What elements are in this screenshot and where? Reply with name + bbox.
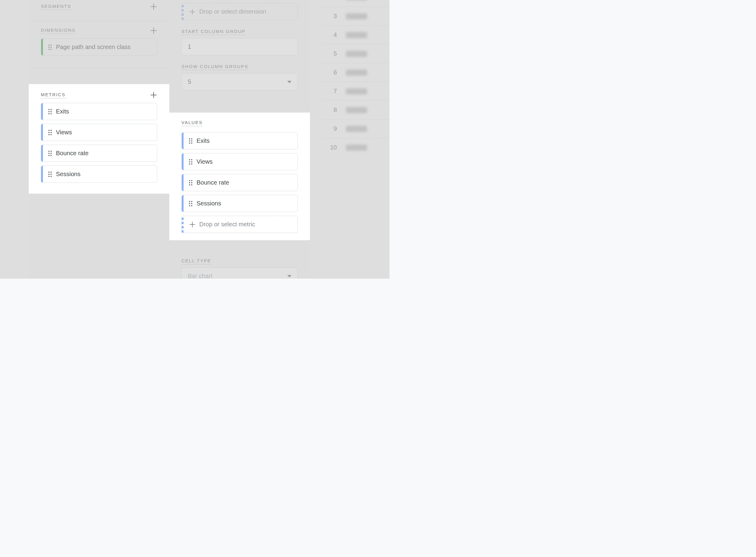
- blurred-value: [346, 126, 367, 132]
- blurred-value: [346, 13, 367, 19]
- show-col-groups-value: 5: [188, 78, 191, 85]
- row-index: 10: [326, 144, 337, 151]
- result-row[interactable]: 4: [320, 25, 389, 44]
- metric-chip-label: Exits: [196, 137, 210, 145]
- metric-chip[interactable]: Sessions: [41, 166, 157, 183]
- values-title: VALUES: [182, 120, 202, 126]
- metric-chip-label: Views: [56, 128, 72, 137]
- blurred-value: [346, 69, 367, 76]
- metric-chip-label: Views: [196, 158, 213, 166]
- drag-handle-icon[interactable]: [189, 201, 192, 206]
- segments-title: SEGMENTS: [41, 4, 71, 10]
- drag-handle-icon[interactable]: [189, 180, 192, 185]
- chip-stripe: [182, 133, 184, 149]
- metric-chip-label: Bounce rate: [56, 149, 89, 157]
- start-col-group-input[interactable]: 1: [182, 38, 298, 55]
- add-metric-icon[interactable]: [150, 91, 157, 99]
- metric-chip[interactable]: Views: [41, 124, 157, 141]
- metric-chip[interactable]: Views: [182, 153, 298, 170]
- row-index: 3: [326, 13, 337, 20]
- row-index: 6: [326, 69, 337, 76]
- metrics-section: METRICS ExitsViewsBounce rateSessions: [29, 84, 169, 194]
- drag-handle-icon[interactable]: [49, 45, 52, 50]
- drop-metric-target[interactable]: Drop or select metric: [182, 216, 298, 233]
- columns-section: Drop or select dimension START COLUMN GR…: [169, 0, 310, 96]
- plus-icon: [190, 9, 195, 14]
- chip-stripe: [182, 153, 184, 170]
- drag-handle-icon[interactable]: [49, 130, 52, 135]
- chip-stripe: [41, 124, 43, 141]
- drop-dimension-target[interactable]: Drop or select dimension: [182, 3, 298, 20]
- metric-chip-label: Sessions: [56, 170, 81, 178]
- metric-chip-label: Bounce rate: [196, 178, 229, 187]
- show-col-groups-select[interactable]: 5: [182, 73, 298, 90]
- drop-dimension-label: Drop or select dimension: [199, 8, 266, 15]
- result-row[interactable]: 3: [320, 7, 389, 25]
- drag-handle-icon[interactable]: [189, 159, 192, 165]
- blurred-value: [346, 88, 367, 94]
- row-index: 9: [326, 125, 337, 132]
- result-row[interactable]: 6: [320, 63, 389, 82]
- chip-stripe: [41, 39, 43, 55]
- metric-chip[interactable]: Bounce rate: [182, 174, 298, 191]
- metrics-title: METRICS: [41, 92, 66, 98]
- result-row[interactable]: 8: [320, 100, 389, 119]
- chip-stripe: [41, 103, 43, 120]
- start-col-group-value: 1: [188, 43, 191, 50]
- result-row[interactable]: 5: [320, 44, 389, 63]
- drag-handle-icon[interactable]: [49, 151, 52, 156]
- drag-handle-icon[interactable]: [49, 172, 52, 177]
- chevron-down-icon: [287, 81, 291, 83]
- metric-chip[interactable]: Exits: [182, 132, 298, 149]
- chip-stripe: [41, 166, 43, 182]
- chip-stripe: [182, 174, 184, 191]
- metric-chip[interactable]: Exits: [41, 103, 157, 120]
- blurred-value: [346, 51, 367, 57]
- blurred-value: [346, 107, 367, 113]
- chip-stripe: [41, 145, 43, 162]
- blurred-value: [346, 32, 367, 38]
- cell-type-value: Bar chart: [188, 273, 212, 278]
- values-section: VALUES ExitsViewsBounce rateSessions Dro…: [169, 113, 310, 240]
- result-row[interactable]: 7: [320, 82, 389, 100]
- dimension-chip-label: Page path and screen class: [56, 43, 131, 51]
- drag-handle-icon[interactable]: [189, 138, 192, 144]
- row-index: 2: [326, 0, 337, 1]
- drag-handle-icon[interactable]: [49, 109, 52, 114]
- blurred-value: [346, 145, 367, 151]
- dimensions-title: DIMENSIONS: [41, 28, 75, 34]
- metric-chip-label: Exits: [56, 108, 69, 116]
- result-row[interactable]: 9: [320, 119, 389, 138]
- drop-metric-label: Drop or select metric: [199, 221, 255, 228]
- metric-chip[interactable]: Sessions: [182, 195, 298, 212]
- row-index: 8: [326, 107, 337, 114]
- dashed-stripe: [182, 216, 184, 233]
- add-dimension-icon[interactable]: [150, 27, 157, 34]
- result-row[interactable]: 2: [320, 0, 389, 7]
- chip-stripe: [182, 195, 184, 212]
- start-col-group-title: START COLUMN GROUP: [182, 29, 246, 35]
- blurred-value: [346, 0, 367, 0]
- row-index: 5: [326, 50, 337, 57]
- metric-chip[interactable]: Bounce rate: [41, 145, 157, 162]
- segments-section: SEGMENTS: [29, 0, 169, 21]
- dimensions-section: DIMENSIONS Page path and screen class: [29, 21, 169, 69]
- dimension-chip[interactable]: Page path and screen class: [41, 38, 157, 56]
- row-index: 4: [326, 31, 337, 38]
- cell-type-select[interactable]: Bar chart: [182, 267, 298, 278]
- chevron-down-icon: [287, 275, 291, 277]
- cell-type-title: CELL TYPE: [182, 258, 211, 264]
- metric-chip-label: Sessions: [196, 199, 221, 208]
- result-row[interactable]: 10: [320, 138, 389, 157]
- cell-type-section: CELL TYPE Bar chart: [169, 252, 310, 278]
- add-segment-icon[interactable]: [150, 3, 157, 10]
- results-table: 2345678910: [320, 0, 389, 278]
- show-col-groups-title: SHOW COLUMN GROUPS: [182, 64, 248, 70]
- dashed-stripe: [182, 3, 184, 20]
- row-index: 7: [326, 88, 337, 95]
- plus-icon: [190, 222, 195, 227]
